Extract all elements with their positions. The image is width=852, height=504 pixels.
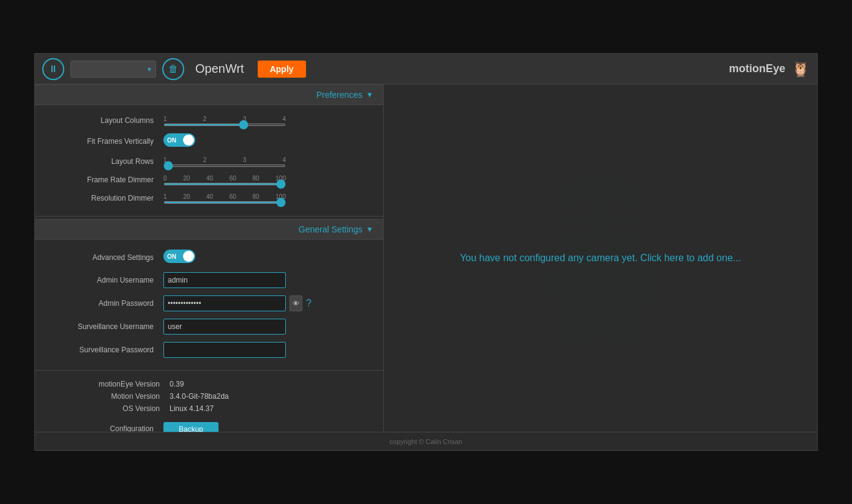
fit-frames-control: ON xyxy=(163,133,371,149)
advanced-settings-toggle-knob xyxy=(183,251,194,262)
header: ⏸ 🗑 OpenWrt Apply motionEye 🦉 xyxy=(35,54,817,84)
sidebar: Preferences ▼ Layout Columns 1 2 3 xyxy=(35,84,384,432)
version-section: motionEye Version 0.39 Motion Version 3.… xyxy=(35,373,383,417)
menu-icon: ⏸ xyxy=(48,64,58,75)
svg-point-10 xyxy=(600,280,645,346)
fit-frames-label: Fit Frames Vertically xyxy=(41,137,163,146)
backup-button[interactable]: Backup xyxy=(163,422,219,432)
frame-rate-label: Frame Rate Dimmer xyxy=(41,176,163,184)
layout-rows-row: Layout Rows 1 2 3 4 xyxy=(35,152,383,171)
preferences-section-header[interactable]: Preferences ▼ xyxy=(35,84,383,105)
frame-rate-slider[interactable] xyxy=(163,183,286,185)
header-left: ⏸ 🗑 OpenWrt Apply xyxy=(42,58,306,80)
layout-columns-slider[interactable] xyxy=(163,124,286,126)
layout-columns-control: 1 2 3 4 xyxy=(163,116,371,126)
surveillance-username-control xyxy=(163,319,371,335)
motioneye-version-row: motionEye Version 0.39 xyxy=(41,378,371,390)
apply-button[interactable]: Apply xyxy=(258,61,306,78)
layout-columns-row: Layout Columns 1 2 3 4 xyxy=(35,111,383,130)
admin-password-show-hide-button[interactable]: 👁 xyxy=(290,295,302,311)
configuration-label: Configuration xyxy=(41,422,163,432)
resolution-dimmer-control: 1 20 40 60 80 100 xyxy=(163,193,371,204)
motion-version-label: Motion Version xyxy=(47,392,170,401)
advanced-settings-toggle-label: ON xyxy=(167,253,176,260)
advanced-settings-label: Advanced Settings xyxy=(41,253,163,262)
admin-password-row: Admin Password 👁 ? xyxy=(35,292,383,315)
admin-username-control xyxy=(163,272,371,288)
admin-password-input[interactable] xyxy=(163,295,286,311)
admin-username-row: Admin Username xyxy=(35,269,383,292)
frame-rate-row: Frame Rate Dimmer 0 20 40 60 80 100 xyxy=(35,171,383,189)
surveillance-username-row: Surveillance Username xyxy=(35,315,383,338)
admin-password-label: Admin Password xyxy=(41,299,163,308)
preferences-label: Preferences xyxy=(316,90,362,100)
general-settings-label: General Settings xyxy=(299,224,362,234)
menu-button[interactable]: ⏸ xyxy=(42,58,64,80)
advanced-settings-control: ON xyxy=(163,250,371,265)
site-name: OpenWrt xyxy=(195,62,244,76)
admin-password-help-icon[interactable]: ? xyxy=(306,298,312,309)
content-area[interactable]: You have not configured any camera yet. … xyxy=(384,84,817,432)
surveillance-username-input[interactable] xyxy=(163,319,286,335)
copyright-text: copyright © Calin Crisan xyxy=(390,438,463,445)
app-container: ⏸ 🗑 OpenWrt Apply motionEye 🦉 xyxy=(34,53,818,451)
frame-rate-slider-container: 0 20 40 60 80 100 xyxy=(163,175,286,185)
admin-username-input[interactable] xyxy=(163,272,286,288)
resolution-dimmer-slider-container: 1 20 40 60 80 100 xyxy=(163,193,286,204)
os-version-value: Linux 4.14.37 xyxy=(170,404,214,413)
outer-wrapper: ⏸ 🗑 OpenWrt Apply motionEye 🦉 xyxy=(0,0,852,504)
header-right: motionEye 🦉 xyxy=(729,61,810,78)
os-version-row: OS Version Linux 4.14.37 xyxy=(41,402,371,415)
brand-name: motionEye xyxy=(729,62,785,75)
general-settings-chevron-icon: ▼ xyxy=(366,225,373,234)
resolution-dimmer-row: Resolution Dimmer 1 20 40 60 80 100 xyxy=(35,189,383,207)
section-divider-1 xyxy=(35,216,383,217)
advanced-settings-row: Advanced Settings ON xyxy=(35,246,383,269)
fit-frames-row: Fit Frames Vertically ON xyxy=(35,130,383,152)
surveillance-password-row: Surveillance Password xyxy=(35,338,383,361)
motioneye-version-value: 0.39 xyxy=(170,380,184,388)
preferences-settings: Layout Columns 1 2 3 4 xyxy=(35,105,383,213)
resolution-dimmer-label: Resolution Dimmer xyxy=(41,194,163,202)
configuration-buttons: Backup Restore xyxy=(163,422,219,432)
admin-username-label: Admin Username xyxy=(41,276,163,284)
layout-rows-control: 1 2 3 4 xyxy=(163,157,371,167)
surveillance-username-label: Surveillance Username xyxy=(41,322,163,331)
section-divider-2 xyxy=(35,370,383,371)
svg-point-4 xyxy=(569,209,588,227)
no-camera-message[interactable]: You have not configured any camera yet. … xyxy=(460,253,741,264)
layout-columns-label: Layout Columns xyxy=(41,116,163,125)
svg-point-9 xyxy=(556,280,600,346)
motion-version-row: Motion Version 3.4.0-Git-78ba2da xyxy=(41,390,371,402)
configuration-row: Configuration Backup Restore xyxy=(35,417,383,432)
fit-frames-toggle-label: ON xyxy=(167,137,176,144)
camera-select[interactable] xyxy=(70,61,156,78)
owl-logo-icon: 🦉 xyxy=(791,61,810,78)
surveillance-password-input[interactable] xyxy=(163,342,286,358)
resolution-dimmer-slider[interactable] xyxy=(163,201,286,204)
camera-select-wrapper xyxy=(70,61,156,78)
surveillance-password-label: Surveillance Password xyxy=(41,346,163,354)
advanced-settings-toggle[interactable]: ON xyxy=(163,250,195,263)
preferences-chevron-icon: ▼ xyxy=(366,91,373,99)
delete-button[interactable]: 🗑 xyxy=(162,58,184,80)
fit-frames-toggle-knob xyxy=(183,135,194,146)
general-settings: Advanced Settings ON Admin Username xyxy=(35,240,383,368)
fit-frames-toggle[interactable]: ON xyxy=(163,133,195,147)
footer: copyright © Calin Crisan xyxy=(35,432,817,450)
layout-rows-slider[interactable] xyxy=(163,165,286,167)
delete-icon: 🗑 xyxy=(168,64,178,75)
motioneye-version-label: motionEye Version xyxy=(47,380,170,388)
motion-version-value: 3.4.0-Git-78ba2da xyxy=(170,392,229,401)
main-body: Preferences ▼ Layout Columns 1 2 3 xyxy=(35,84,817,432)
layout-rows-slider-container: 1 2 3 4 xyxy=(163,157,286,167)
svg-point-5 xyxy=(613,209,632,227)
surveillance-password-control xyxy=(163,342,371,358)
admin-password-wrapper: 👁 ? xyxy=(163,295,371,311)
admin-password-control: 👁 ? xyxy=(163,295,371,311)
frame-rate-control: 0 20 40 60 80 100 xyxy=(163,175,371,185)
layout-rows-label: Layout Rows xyxy=(41,157,163,166)
layout-columns-slider-container: 1 2 3 4 xyxy=(163,116,286,126)
os-version-label: OS Version xyxy=(47,404,170,413)
general-settings-section-header[interactable]: General Settings ▼ xyxy=(35,219,383,240)
